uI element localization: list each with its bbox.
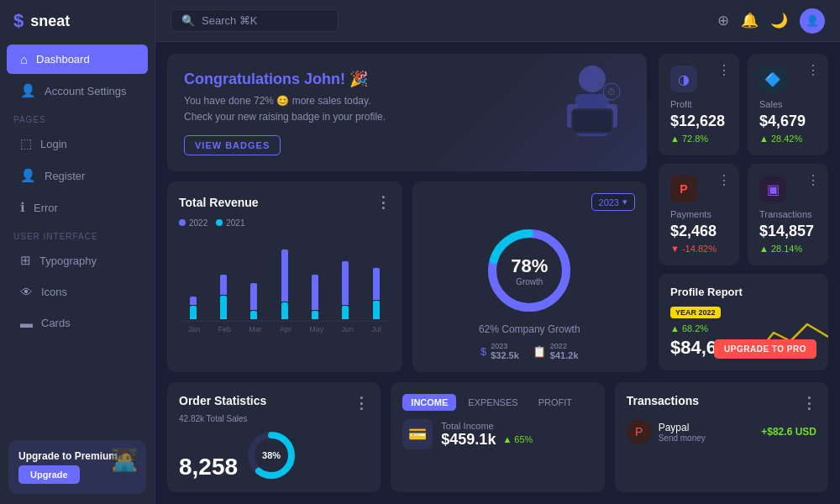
growth-stat-2022: 📋 2022 $41.2k — [533, 342, 579, 360]
profit-value: $12,628 — [670, 113, 727, 130]
growth-year-row: 2023 ▾ — [424, 193, 636, 219]
welcome-card: Congratulations John! 🎉 You have done 72… — [167, 54, 647, 171]
sidebar-section-ui: USER INTERFACE — [0, 223, 155, 244]
welcome-illustration: ⏱ — [554, 62, 630, 168]
trans-sub: Send money — [659, 433, 762, 443]
stat-card-dots[interactable]: ⋮ — [717, 172, 731, 188]
stat-card-dots[interactable]: ⋮ — [717, 62, 731, 78]
order-stats-card: Order Statistics ⋮ 42.82k Total Sales 8,… — [167, 382, 381, 492]
income-card: INCOME EXPENSES PROFIT 💳 Total Income $4… — [391, 382, 604, 492]
growth-card: 2023 ▾ 78% — [412, 181, 648, 372]
legend-2021-label: 2021 — [226, 218, 244, 228]
income-change: ▲ 65% — [502, 434, 533, 444]
revenue-title: Total Revenue ⋮ — [179, 193, 391, 212]
growth-donut: 78% Growth — [483, 224, 575, 317]
register-icon: 👤 — [20, 168, 36, 183]
sidebar-logo: $ sneat — [0, 10, 155, 44]
legend-2022-label: 2022 — [189, 218, 207, 228]
table-row: P Paypal Send money +$82.6 USD — [627, 419, 816, 444]
bar-2021-mar — [250, 311, 257, 319]
sidebar-item-dashboard[interactable]: ⌂ Dashboard — [7, 45, 148, 74]
bar-2021-jan — [190, 306, 197, 319]
growth-stat-2023: $ 2023 $32.5k — [480, 342, 519, 360]
search-icon: 🔍 — [181, 14, 195, 27]
sidebar-item-typography[interactable]: ⊞ Typography — [7, 245, 148, 276]
order-menu-icon[interactable]: ⋮ — [354, 394, 369, 412]
profit-label: Profit — [670, 99, 727, 109]
revenue-legend: 2022 2021 — [179, 218, 391, 228]
growth-stat1-year: 2023 — [491, 342, 519, 350]
trans-name: Paypal — [659, 422, 762, 433]
bar-group-jan — [179, 233, 207, 319]
github-icon[interactable]: ⊕ — [717, 12, 729, 29]
sidebar-item-icons[interactable]: 👁 Icons — [7, 277, 148, 307]
growth-sub: 62% Company Growth — [479, 323, 580, 335]
sidebar-item-account-settings[interactable]: 👤 Account Settings — [7, 76, 148, 106]
cards-icon: ▬ — [20, 316, 33, 330]
bar-2022-may — [312, 275, 318, 310]
income-details: Total Income $459.1k ▲ 65% — [441, 421, 533, 449]
stat-card-dots[interactable]: ⋮ — [806, 62, 820, 78]
header: 🔍 Search ⌘K ⊕ 🔔 🌙 👤 — [155, 0, 840, 42]
view-badges-button[interactable]: VIEW BADGES — [184, 135, 281, 155]
payments-change: ▼ -14.82% — [670, 244, 727, 254]
sidebar: $ sneat ⌂ Dashboard 👤 Account Settings P… — [0, 0, 155, 504]
upgrade-box: Upgrade to Premium Upgrade 🧑‍💻 — [8, 440, 146, 494]
stat-card-payments: ⋮ P Payments $2,468 ▼ -14.82% — [659, 164, 739, 265]
charts-row: Total Revenue ⋮ 2022 2021 — [167, 181, 647, 372]
logo-icon: $ — [13, 10, 24, 32]
axis-jun: Jun — [342, 325, 354, 333]
income-row: 💳 Total Income $459.1k ▲ 65% — [402, 419, 592, 449]
error-icon: ℹ — [20, 200, 25, 215]
sidebar-item-label: Dashboard — [36, 53, 90, 66]
bar-2022-jul — [373, 268, 380, 300]
trans-menu-icon[interactable]: ⋮ — [801, 394, 816, 412]
bar-2022-apr — [281, 249, 288, 302]
search-bar[interactable]: 🔍 Search ⌘K — [171, 9, 339, 32]
chart-bars — [179, 233, 391, 319]
bar-2021-apr — [281, 302, 288, 319]
sidebar-item-cards[interactable]: ▬ Cards — [7, 308, 148, 338]
revenue-menu-icon[interactable]: ⋮ — [375, 193, 391, 212]
sidebar-item-error[interactable]: ℹ Error — [7, 192, 148, 223]
stat-card-sales: ⋮ 🔷 Sales $4,679 ▲ 28.42% — [748, 54, 828, 155]
sidebar-item-label: Login — [40, 138, 67, 150]
bar-group-jun — [332, 233, 360, 319]
legend-2021: 2021 — [216, 218, 244, 228]
trans-title: Transactions ⋮ — [627, 394, 816, 412]
revenue-title-text: Total Revenue — [179, 196, 259, 209]
axis-jul: Jul — [371, 325, 381, 333]
bar-group-feb — [209, 233, 237, 319]
avatar[interactable]: 👤 — [800, 8, 825, 34]
user-icon: 👤 — [20, 83, 36, 98]
sidebar-section-pages: PAGES — [0, 107, 155, 128]
upgrade-pro-button[interactable]: UPGRADE TO PRO — [714, 339, 816, 359]
sidebar-item-register[interactable]: 👤 Register — [7, 160, 148, 191]
upgrade-button[interactable]: Upgrade — [18, 465, 80, 484]
income-value-row: $459.1k ▲ 65% — [441, 431, 533, 449]
year-selector[interactable]: 2023 ▾ — [591, 193, 635, 211]
stat-cards-row: ⋮ ◑ Profit $12,628 ▲ 72.8% ⋮ 🔷 Sales $4,… — [659, 54, 828, 265]
income-tab-income[interactable]: INCOME — [402, 394, 456, 411]
income-tab-expenses[interactable]: EXPENSES — [459, 394, 526, 411]
sidebar-item-label: Typography — [39, 255, 97, 267]
income-value: $459.1k — [441, 431, 496, 449]
growth-stats: $ 2023 $32.5k 📋 2022 $41.2k — [480, 342, 579, 360]
bell-icon[interactable]: 🔔 — [741, 12, 759, 29]
svg-rect-5 — [573, 110, 612, 132]
stat-card-dots[interactable]: ⋮ — [806, 172, 820, 188]
transactions-icon: ▣ — [759, 176, 786, 202]
income-tab-profit[interactable]: PROFIT — [530, 394, 580, 411]
moon-icon[interactable]: 🌙 — [770, 12, 788, 29]
axis-apr: Apr — [280, 325, 291, 333]
sidebar-item-login[interactable]: ⬚ Login — [7, 129, 148, 159]
profile-report-title: Profile Report — [670, 286, 816, 298]
header-icons: ⊕ 🔔 🌙 👤 — [717, 8, 825, 34]
transactions-change: ▲ 28.14% — [759, 244, 816, 254]
growth-calendar-icon: 📋 — [533, 345, 546, 358]
paypal-icon: P — [627, 419, 652, 444]
order-sub: 42.82k Total Sales — [179, 414, 369, 423]
stat-card-profit: ⋮ ◑ Profit $12,628 ▲ 72.8% — [659, 54, 739, 155]
trans-info: Paypal Send money — [659, 422, 762, 443]
axis-mar: Mar — [249, 325, 262, 333]
